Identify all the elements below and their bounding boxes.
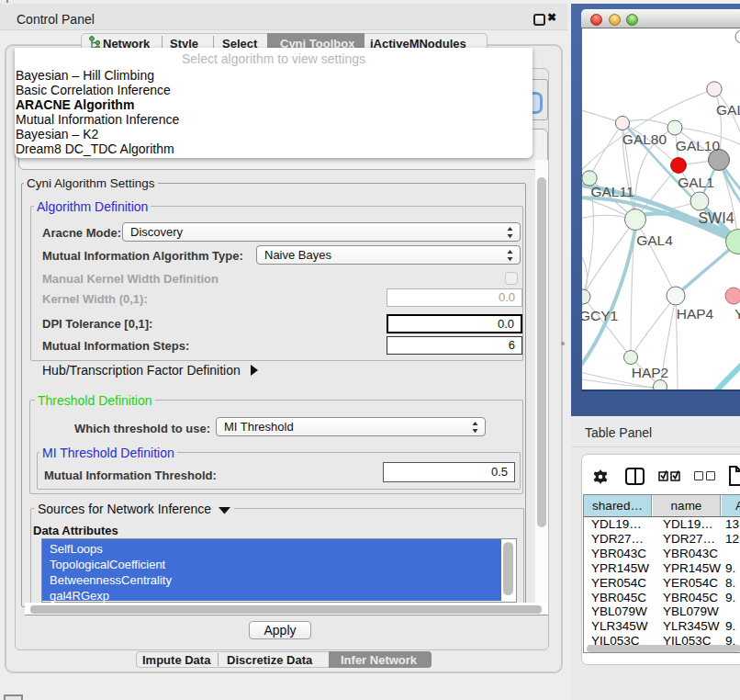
svg-text:GAL4: GAL4	[636, 232, 673, 248]
svg-text:GAL10: GAL10	[676, 138, 721, 153]
svg-text:SWI4: SWI4	[698, 210, 734, 226]
svg-text:GAL80: GAL80	[622, 131, 667, 147]
svg-text:HAP2: HAP2	[632, 365, 669, 380]
svg-text:YM: YM	[734, 306, 740, 322]
svg-text:GCY1: GCY1	[582, 308, 618, 323]
svg-text:GAL11: GAL11	[590, 184, 633, 199]
svg-text:GAL1: GAL1	[678, 175, 714, 190]
svg-text:GAL7: GAL7	[716, 102, 740, 118]
svg-text:HAP4: HAP4	[677, 306, 714, 322]
